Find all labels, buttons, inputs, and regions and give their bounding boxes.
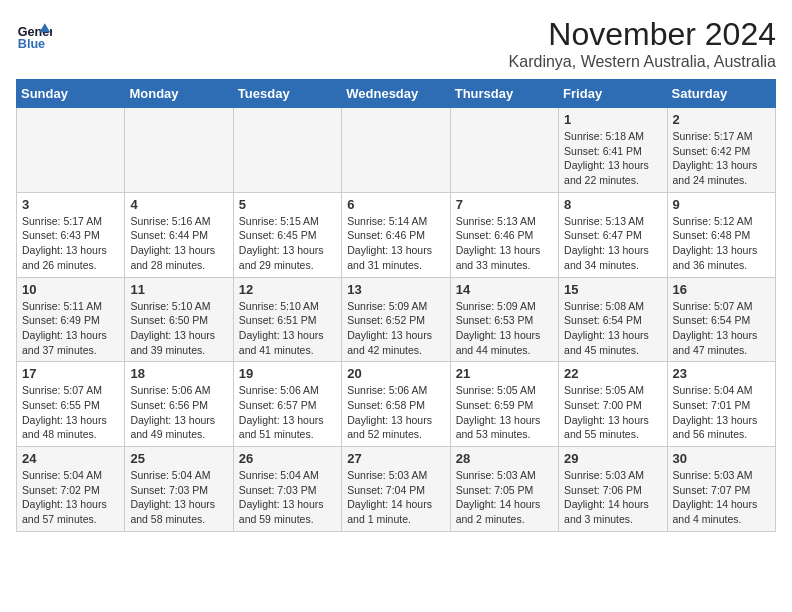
day-number: 26 bbox=[239, 451, 336, 466]
calendar-cell: 14Sunrise: 5:09 AM Sunset: 6:53 PM Dayli… bbox=[450, 277, 558, 362]
day-number: 24 bbox=[22, 451, 119, 466]
day-detail: Sunrise: 5:09 AM Sunset: 6:53 PM Dayligh… bbox=[456, 299, 553, 358]
calendar-cell: 12Sunrise: 5:10 AM Sunset: 6:51 PM Dayli… bbox=[233, 277, 341, 362]
calendar-cell bbox=[125, 108, 233, 193]
day-detail: Sunrise: 5:03 AM Sunset: 7:07 PM Dayligh… bbox=[673, 468, 770, 527]
day-number: 20 bbox=[347, 366, 444, 381]
calendar-cell: 21Sunrise: 5:05 AM Sunset: 6:59 PM Dayli… bbox=[450, 362, 558, 447]
calendar-subtitle: Kardinya, Western Australia, Australia bbox=[509, 53, 776, 71]
day-detail: Sunrise: 5:04 AM Sunset: 7:03 PM Dayligh… bbox=[130, 468, 227, 527]
day-detail: Sunrise: 5:13 AM Sunset: 6:47 PM Dayligh… bbox=[564, 214, 661, 273]
day-number: 22 bbox=[564, 366, 661, 381]
day-detail: Sunrise: 5:17 AM Sunset: 6:43 PM Dayligh… bbox=[22, 214, 119, 273]
calendar-cell: 20Sunrise: 5:06 AM Sunset: 6:58 PM Dayli… bbox=[342, 362, 450, 447]
weekday-header-monday: Monday bbox=[125, 80, 233, 108]
day-number: 6 bbox=[347, 197, 444, 212]
day-detail: Sunrise: 5:03 AM Sunset: 7:06 PM Dayligh… bbox=[564, 468, 661, 527]
day-detail: Sunrise: 5:08 AM Sunset: 6:54 PM Dayligh… bbox=[564, 299, 661, 358]
day-number: 2 bbox=[673, 112, 770, 127]
calendar-cell: 1Sunrise: 5:18 AM Sunset: 6:41 PM Daylig… bbox=[559, 108, 667, 193]
calendar-cell: 29Sunrise: 5:03 AM Sunset: 7:06 PM Dayli… bbox=[559, 447, 667, 532]
day-detail: Sunrise: 5:05 AM Sunset: 7:00 PM Dayligh… bbox=[564, 383, 661, 442]
weekday-header-tuesday: Tuesday bbox=[233, 80, 341, 108]
calendar-week-3: 10Sunrise: 5:11 AM Sunset: 6:49 PM Dayli… bbox=[17, 277, 776, 362]
day-detail: Sunrise: 5:18 AM Sunset: 6:41 PM Dayligh… bbox=[564, 129, 661, 188]
day-detail: Sunrise: 5:14 AM Sunset: 6:46 PM Dayligh… bbox=[347, 214, 444, 273]
day-detail: Sunrise: 5:06 AM Sunset: 6:56 PM Dayligh… bbox=[130, 383, 227, 442]
day-detail: Sunrise: 5:04 AM Sunset: 7:02 PM Dayligh… bbox=[22, 468, 119, 527]
day-number: 1 bbox=[564, 112, 661, 127]
day-number: 9 bbox=[673, 197, 770, 212]
day-number: 19 bbox=[239, 366, 336, 381]
day-number: 14 bbox=[456, 282, 553, 297]
day-detail: Sunrise: 5:12 AM Sunset: 6:48 PM Dayligh… bbox=[673, 214, 770, 273]
day-number: 10 bbox=[22, 282, 119, 297]
day-number: 8 bbox=[564, 197, 661, 212]
calendar-cell bbox=[17, 108, 125, 193]
day-detail: Sunrise: 5:11 AM Sunset: 6:49 PM Dayligh… bbox=[22, 299, 119, 358]
calendar-cell: 5Sunrise: 5:15 AM Sunset: 6:45 PM Daylig… bbox=[233, 192, 341, 277]
calendar-cell: 9Sunrise: 5:12 AM Sunset: 6:48 PM Daylig… bbox=[667, 192, 775, 277]
calendar-cell: 25Sunrise: 5:04 AM Sunset: 7:03 PM Dayli… bbox=[125, 447, 233, 532]
day-number: 17 bbox=[22, 366, 119, 381]
calendar-cell: 30Sunrise: 5:03 AM Sunset: 7:07 PM Dayli… bbox=[667, 447, 775, 532]
title-block: November 2024 Kardinya, Western Australi… bbox=[509, 16, 776, 71]
day-detail: Sunrise: 5:06 AM Sunset: 6:58 PM Dayligh… bbox=[347, 383, 444, 442]
svg-text:Blue: Blue bbox=[18, 37, 45, 51]
day-number: 13 bbox=[347, 282, 444, 297]
day-number: 12 bbox=[239, 282, 336, 297]
calendar-cell bbox=[342, 108, 450, 193]
calendar-cell: 26Sunrise: 5:04 AM Sunset: 7:03 PM Dayli… bbox=[233, 447, 341, 532]
calendar-cell: 16Sunrise: 5:07 AM Sunset: 6:54 PM Dayli… bbox=[667, 277, 775, 362]
calendar-cell: 6Sunrise: 5:14 AM Sunset: 6:46 PM Daylig… bbox=[342, 192, 450, 277]
calendar-week-4: 17Sunrise: 5:07 AM Sunset: 6:55 PM Dayli… bbox=[17, 362, 776, 447]
day-detail: Sunrise: 5:10 AM Sunset: 6:51 PM Dayligh… bbox=[239, 299, 336, 358]
calendar-cell: 18Sunrise: 5:06 AM Sunset: 6:56 PM Dayli… bbox=[125, 362, 233, 447]
calendar-cell bbox=[233, 108, 341, 193]
day-number: 21 bbox=[456, 366, 553, 381]
calendar-cell: 13Sunrise: 5:09 AM Sunset: 6:52 PM Dayli… bbox=[342, 277, 450, 362]
calendar-week-2: 3Sunrise: 5:17 AM Sunset: 6:43 PM Daylig… bbox=[17, 192, 776, 277]
day-detail: Sunrise: 5:16 AM Sunset: 6:44 PM Dayligh… bbox=[130, 214, 227, 273]
day-number: 18 bbox=[130, 366, 227, 381]
logo-icon: General Blue bbox=[16, 16, 52, 52]
calendar-cell: 17Sunrise: 5:07 AM Sunset: 6:55 PM Dayli… bbox=[17, 362, 125, 447]
calendar-cell: 27Sunrise: 5:03 AM Sunset: 7:04 PM Dayli… bbox=[342, 447, 450, 532]
calendar-cell: 8Sunrise: 5:13 AM Sunset: 6:47 PM Daylig… bbox=[559, 192, 667, 277]
day-number: 3 bbox=[22, 197, 119, 212]
page-header: General Blue November 2024 Kardinya, Wes… bbox=[16, 16, 776, 71]
day-number: 15 bbox=[564, 282, 661, 297]
calendar-header: SundayMondayTuesdayWednesdayThursdayFrid… bbox=[17, 80, 776, 108]
day-detail: Sunrise: 5:03 AM Sunset: 7:05 PM Dayligh… bbox=[456, 468, 553, 527]
weekday-header-friday: Friday bbox=[559, 80, 667, 108]
day-number: 16 bbox=[673, 282, 770, 297]
logo: General Blue bbox=[16, 16, 52, 52]
calendar-week-5: 24Sunrise: 5:04 AM Sunset: 7:02 PM Dayli… bbox=[17, 447, 776, 532]
day-detail: Sunrise: 5:04 AM Sunset: 7:03 PM Dayligh… bbox=[239, 468, 336, 527]
calendar-cell: 10Sunrise: 5:11 AM Sunset: 6:49 PM Dayli… bbox=[17, 277, 125, 362]
day-detail: Sunrise: 5:07 AM Sunset: 6:54 PM Dayligh… bbox=[673, 299, 770, 358]
calendar-cell: 23Sunrise: 5:04 AM Sunset: 7:01 PM Dayli… bbox=[667, 362, 775, 447]
calendar-cell: 11Sunrise: 5:10 AM Sunset: 6:50 PM Dayli… bbox=[125, 277, 233, 362]
day-number: 5 bbox=[239, 197, 336, 212]
day-detail: Sunrise: 5:17 AM Sunset: 6:42 PM Dayligh… bbox=[673, 129, 770, 188]
day-number: 4 bbox=[130, 197, 227, 212]
weekday-header-sunday: Sunday bbox=[17, 80, 125, 108]
calendar-cell: 2Sunrise: 5:17 AM Sunset: 6:42 PM Daylig… bbox=[667, 108, 775, 193]
calendar-week-1: 1Sunrise: 5:18 AM Sunset: 6:41 PM Daylig… bbox=[17, 108, 776, 193]
day-detail: Sunrise: 5:13 AM Sunset: 6:46 PM Dayligh… bbox=[456, 214, 553, 273]
day-detail: Sunrise: 5:09 AM Sunset: 6:52 PM Dayligh… bbox=[347, 299, 444, 358]
day-number: 7 bbox=[456, 197, 553, 212]
day-number: 25 bbox=[130, 451, 227, 466]
calendar-cell: 28Sunrise: 5:03 AM Sunset: 7:05 PM Dayli… bbox=[450, 447, 558, 532]
day-detail: Sunrise: 5:07 AM Sunset: 6:55 PM Dayligh… bbox=[22, 383, 119, 442]
day-number: 27 bbox=[347, 451, 444, 466]
day-number: 28 bbox=[456, 451, 553, 466]
calendar-cell: 7Sunrise: 5:13 AM Sunset: 6:46 PM Daylig… bbox=[450, 192, 558, 277]
day-detail: Sunrise: 5:10 AM Sunset: 6:50 PM Dayligh… bbox=[130, 299, 227, 358]
day-detail: Sunrise: 5:06 AM Sunset: 6:57 PM Dayligh… bbox=[239, 383, 336, 442]
day-number: 23 bbox=[673, 366, 770, 381]
day-detail: Sunrise: 5:04 AM Sunset: 7:01 PM Dayligh… bbox=[673, 383, 770, 442]
weekday-row: SundayMondayTuesdayWednesdayThursdayFrid… bbox=[17, 80, 776, 108]
calendar-cell bbox=[450, 108, 558, 193]
